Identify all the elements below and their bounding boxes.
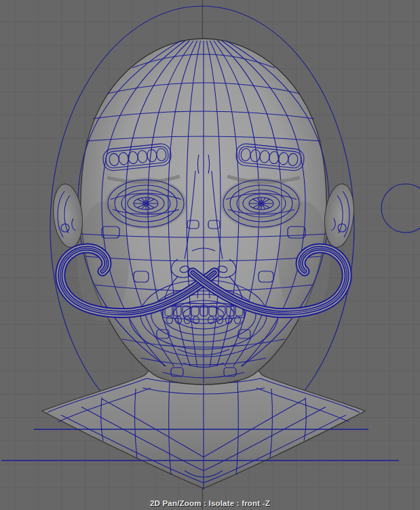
eye-geometry xyxy=(105,178,187,229)
3d-viewport[interactable]: 2D Pan/Zoom : Isolate : front -Z xyxy=(0,0,420,510)
viewport-canvas[interactable] xyxy=(0,0,420,510)
